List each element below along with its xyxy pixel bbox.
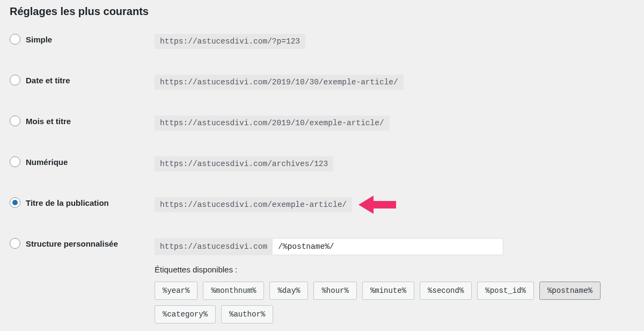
radio-label-simple[interactable]: Simple (26, 35, 52, 44)
url-preview-date: https://astucesdivi.com/2019/10/30/exemp… (155, 75, 404, 90)
tag-button[interactable]: %post_id% (477, 282, 534, 300)
tag-button[interactable]: %year% (155, 282, 197, 300)
radio-label-numeric[interactable]: Numérique (26, 157, 68, 167)
tag-button[interactable]: %second% (420, 282, 472, 300)
tag-button[interactable]: %hour% (313, 282, 356, 300)
radio-postname[interactable] (10, 197, 20, 208)
url-preview-postname: https://astucesdivi.com/exemple-article/ (155, 197, 352, 212)
custom-structure-input[interactable] (273, 238, 503, 255)
tag-button[interactable]: %category% (155, 305, 216, 323)
option-row-numeric: Numérique https://astucesdivi.com/archiv… (10, 156, 634, 171)
tag-button[interactable]: %monthnum% (203, 282, 264, 300)
radio-label-custom[interactable]: Structure personnalisée (26, 239, 118, 248)
section-heading: Réglages les plus courants (10, 5, 634, 18)
option-row-month: Mois et titre https://astucesdivi.com/20… (10, 116, 634, 131)
radio-numeric[interactable] (10, 156, 20, 167)
radio-custom[interactable] (10, 238, 20, 249)
arrow-left-icon (358, 197, 396, 212)
option-row-postname: Titre de la publication https://astucesd… (10, 197, 634, 212)
option-row-simple: Simple https://astucesdivi.com/?p=123 (10, 34, 634, 49)
option-row-custom: Structure personnalisée https://astucesd… (10, 238, 634, 323)
radio-label-date[interactable]: Date et titre (26, 76, 70, 85)
tags-container: %year%%monthnum%%day%%hour%%minute%%seco… (155, 282, 634, 323)
radio-simple[interactable] (10, 34, 20, 45)
custom-url-prefix: https://astucesdivi.com (155, 238, 273, 255)
available-tags-label: Étiquettes disponibles : (155, 265, 237, 274)
radio-date[interactable] (10, 75, 20, 85)
tag-button[interactable]: %postname% (539, 282, 601, 300)
radio-month[interactable] (10, 116, 20, 126)
url-preview-simple: https://astucesdivi.com/?p=123 (155, 34, 305, 49)
radio-label-month[interactable]: Mois et titre (26, 117, 71, 126)
url-preview-numeric: https://astucesdivi.com/archives/123 (155, 156, 333, 171)
radio-label-postname[interactable]: Titre de la publication (26, 198, 109, 207)
option-row-date: Date et titre https://astucesdivi.com/20… (10, 75, 634, 90)
tag-button[interactable]: %minute% (362, 282, 414, 300)
url-preview-month: https://astucesdivi.com/2019/10/exemple-… (155, 116, 390, 131)
tag-button[interactable]: %author% (221, 305, 273, 323)
tag-button[interactable]: %day% (269, 282, 308, 300)
